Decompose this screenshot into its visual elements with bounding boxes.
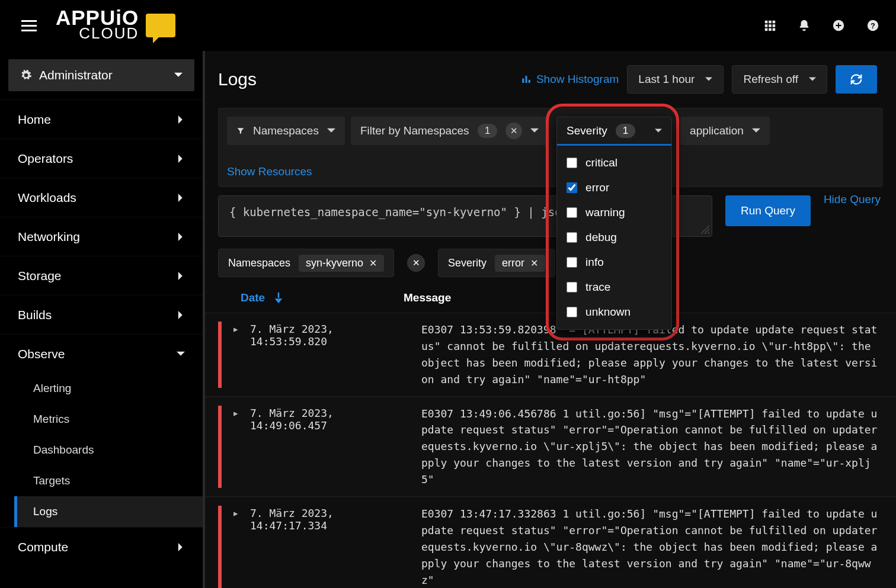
subnav-item-targets[interactable]: Targets xyxy=(33,465,203,496)
expand-row-icon[interactable]: ▸ xyxy=(230,506,242,588)
svg-rect-4 xyxy=(769,24,772,27)
app-grid-icon[interactable] xyxy=(763,19,776,32)
nav-item-builds[interactable]: Builds xyxy=(0,295,203,334)
nav-item-operators[interactable]: Operators xyxy=(0,139,203,178)
remove-chip-icon[interactable]: ✕ xyxy=(369,258,377,269)
namespaces-clear-icon[interactable]: ✕ xyxy=(505,123,522,139)
bell-icon[interactable] xyxy=(798,19,811,32)
namespaces-text[interactable]: Filter by Namespaces 1 ✕ xyxy=(351,117,548,145)
severity-option-critical[interactable]: critical xyxy=(557,150,671,175)
chevron-right-icon xyxy=(177,272,185,280)
log-message: E0307 13:49:06.456786 1 util.go:56] "msg… xyxy=(421,406,883,488)
severity-option-trace[interactable]: trace xyxy=(557,275,671,300)
nav-item-home[interactable]: Home xyxy=(0,99,203,139)
namespaces-filter[interactable]: Namespaces xyxy=(227,117,345,145)
severity-option-unknown[interactable]: unknown xyxy=(557,300,671,324)
run-query-button[interactable]: Run Query xyxy=(725,195,811,226)
applied-filters: Namespaces syn-kyverno ✕ ✕ Severity erro… xyxy=(205,237,896,281)
severity-chip-group: Severity error ✕ xyxy=(438,249,555,277)
perspective-switcher[interactable]: Administrator xyxy=(8,59,194,91)
hamburger-menu[interactable] xyxy=(17,15,41,36)
chevron-right-icon xyxy=(177,155,185,163)
svg-text:?: ? xyxy=(871,21,875,30)
page-title: Logs xyxy=(218,69,257,89)
perspective-label: Administrator xyxy=(39,68,113,82)
nav-item-networking[interactable]: Networking xyxy=(0,217,203,256)
severity-option-warning[interactable]: warning xyxy=(557,200,671,225)
severity-checkbox[interactable] xyxy=(567,257,577,268)
timerange-select[interactable]: Last 1 hour xyxy=(627,65,724,94)
log-message: E0307 13:53:59.820398 "="[ATTEMPT] faile… xyxy=(421,322,883,388)
hide-query-link[interactable]: Hide Query xyxy=(824,193,881,206)
svg-rect-7 xyxy=(769,28,772,31)
log-message: E0307 13:47:17.332863 1 util.go:56] "msg… xyxy=(421,506,883,588)
show-histogram-link[interactable]: Show Histogram xyxy=(521,73,619,86)
log-rows: ▸7. März 2023, 14:53:59.820E0307 13:53:5… xyxy=(205,313,896,588)
nav-item-workloads[interactable]: Workloads xyxy=(0,178,203,217)
plus-circle-icon[interactable] xyxy=(832,19,845,32)
subnav-item-alerting[interactable]: Alerting xyxy=(33,373,203,404)
clear-namespace-group-icon[interactable]: ✕ xyxy=(407,254,425,272)
svg-rect-0 xyxy=(765,21,768,24)
log-date: 7. März 2023, 14:47:17.334 xyxy=(250,506,413,588)
remove-chip-icon[interactable]: ✕ xyxy=(530,258,538,269)
namespaces-count-badge: 1 xyxy=(478,124,497,138)
sidebar: Administrator HomeOperatorsWorkloadsNetw… xyxy=(0,51,203,588)
severity-checkbox[interactable] xyxy=(567,232,577,243)
gear-icon xyxy=(20,69,32,81)
severity-bar xyxy=(218,406,222,488)
subnav-item-dashboards[interactable]: Dashboards xyxy=(33,435,203,465)
namespace-chip: syn-kyverno ✕ xyxy=(299,255,384,272)
log-row: ▸7. März 2023, 14:49:06.457E0307 13:49:0… xyxy=(205,397,896,497)
nav-item-storage[interactable]: Storage xyxy=(0,256,203,295)
chevron-right-icon xyxy=(177,115,185,124)
refresh-button[interactable] xyxy=(836,65,877,94)
svg-rect-6 xyxy=(765,28,768,31)
col-message: Message xyxy=(404,291,451,304)
show-resources-link[interactable]: Show Resources xyxy=(227,165,312,178)
chevron-down-icon xyxy=(809,76,816,83)
subnav-item-metrics[interactable]: Metrics xyxy=(33,404,203,435)
refresh-select[interactable]: Refresh off xyxy=(732,65,827,94)
severity-checkbox[interactable] xyxy=(567,282,577,293)
chevron-down-icon xyxy=(177,350,185,358)
nav: HomeOperatorsWorkloadsNetworkingStorageB… xyxy=(0,99,203,566)
svg-rect-5 xyxy=(773,24,776,27)
severity-chip: error ✕ xyxy=(495,255,545,272)
severity-filter-anchor: Severity 1 criticalerrorwarningdebuginfo… xyxy=(556,117,672,145)
severity-option-debug[interactable]: debug xyxy=(557,225,671,250)
expand-row-icon[interactable]: ▸ xyxy=(230,406,242,488)
severity-option-error[interactable]: error xyxy=(557,175,671,200)
severity-checkbox[interactable] xyxy=(567,158,577,168)
funnel-icon xyxy=(236,127,245,135)
svg-rect-1 xyxy=(769,21,772,24)
chevron-down-icon xyxy=(530,127,539,135)
severity-checkbox[interactable] xyxy=(567,182,577,193)
svg-rect-8 xyxy=(773,28,776,31)
brand-sub: CLOUD xyxy=(79,24,139,43)
severity-checkbox[interactable] xyxy=(567,307,577,317)
help-icon[interactable]: ? xyxy=(866,19,879,32)
log-row: ▸7. März 2023, 14:53:59.820E0307 13:53:5… xyxy=(205,313,896,397)
severity-filter-button[interactable]: Severity 1 xyxy=(557,117,671,146)
brand-logo[interactable]: APPUiO CLOUD xyxy=(56,8,175,43)
chevron-down-icon xyxy=(752,127,760,135)
bar-chart-icon xyxy=(521,74,532,85)
subnav-item-logs[interactable]: Logs xyxy=(14,496,203,527)
logtype-filter[interactable]: application xyxy=(680,117,770,145)
chevron-down-icon xyxy=(174,71,183,79)
severity-option-info[interactable]: info xyxy=(557,250,671,275)
nav-item-observe[interactable]: Observe xyxy=(0,334,203,373)
main: Logs Show Histogram Last 1 hour Refresh … xyxy=(203,51,896,588)
severity-checkbox[interactable] xyxy=(567,207,577,218)
chevron-down-icon xyxy=(705,76,712,83)
chevron-down-icon xyxy=(327,127,335,135)
nav-item-compute[interactable]: Compute xyxy=(0,527,203,566)
sort-down-icon xyxy=(274,293,283,303)
resize-handle-icon[interactable] xyxy=(701,226,709,234)
expand-row-icon[interactable]: ▸ xyxy=(230,322,242,388)
svg-rect-14 xyxy=(529,80,530,83)
col-date[interactable]: Date xyxy=(241,291,404,304)
page-header: Logs Show Histogram Last 1 hour Refresh … xyxy=(205,51,896,108)
log-date: 7. März 2023, 14:49:06.457 xyxy=(250,406,413,488)
